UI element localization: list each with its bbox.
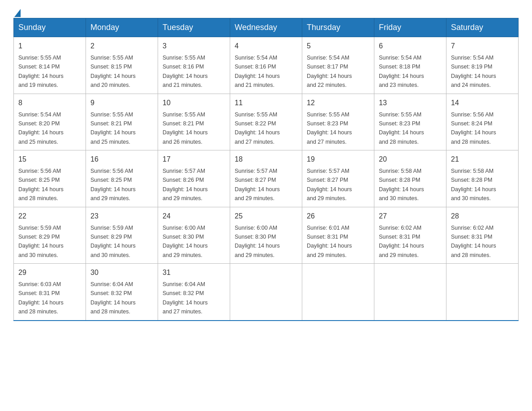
calendar-cell: 25Sunrise: 6:00 AMSunset: 8:30 PMDayligh… (230, 207, 302, 264)
day-info: Sunrise: 5:57 AMSunset: 8:26 PMDaylight:… (163, 168, 208, 201)
calendar-cell (374, 264, 446, 321)
calendar-cell: 24Sunrise: 6:00 AMSunset: 8:30 PMDayligh… (158, 207, 230, 264)
weekday-header-monday: Monday (86, 18, 158, 37)
day-number: 28 (451, 211, 514, 222)
logo-arrow-icon (14, 9, 21, 17)
day-info: Sunrise: 5:56 AMSunset: 8:25 PMDaylight:… (18, 168, 64, 201)
weekday-header-wednesday: Wednesday (230, 18, 302, 37)
day-info: Sunrise: 5:54 AMSunset: 8:16 PMDaylight:… (235, 55, 280, 88)
day-number: 17 (163, 154, 225, 165)
calendar-cell: 19Sunrise: 5:57 AMSunset: 8:27 PMDayligh… (302, 150, 374, 207)
calendar-cell (302, 264, 374, 321)
day-info: Sunrise: 5:58 AMSunset: 8:28 PMDaylight:… (379, 168, 424, 201)
calendar-cell (230, 264, 302, 321)
day-info: Sunrise: 6:04 AMSunset: 8:32 PMDaylight:… (90, 281, 136, 315)
day-number: 16 (90, 154, 153, 165)
day-info: Sunrise: 6:00 AMSunset: 8:30 PMDaylight:… (163, 225, 208, 258)
calendar-cell: 12Sunrise: 5:55 AMSunset: 8:23 PMDayligh… (302, 94, 374, 150)
calendar-cell: 16Sunrise: 5:56 AMSunset: 8:25 PMDayligh… (86, 150, 158, 207)
day-number: 19 (307, 154, 369, 165)
calendar-cell: 3Sunrise: 5:55 AMSunset: 8:16 PMDaylight… (158, 37, 230, 94)
day-number: 5 (307, 41, 369, 51)
calendar-week-row: 22Sunrise: 5:59 AMSunset: 8:29 PMDayligh… (14, 207, 519, 264)
calendar-cell: 21Sunrise: 5:58 AMSunset: 8:28 PMDayligh… (446, 150, 519, 207)
calendar-cell: 17Sunrise: 5:57 AMSunset: 8:26 PMDayligh… (158, 150, 230, 207)
day-info: Sunrise: 5:55 AMSunset: 8:23 PMDaylight:… (307, 111, 352, 145)
day-info: Sunrise: 5:56 AMSunset: 8:25 PMDaylight:… (90, 168, 136, 201)
day-number: 23 (90, 211, 153, 222)
day-info: Sunrise: 5:54 AMSunset: 8:18 PMDaylight:… (379, 55, 424, 88)
weekday-header-sunday: Sunday (14, 18, 86, 37)
weekday-header-saturday: Saturday (446, 18, 519, 37)
weekday-header-row: SundayMondayTuesdayWednesdayThursdayFrid… (14, 18, 519, 37)
calendar-cell: 20Sunrise: 5:58 AMSunset: 8:28 PMDayligh… (374, 150, 446, 207)
day-info: Sunrise: 5:55 AMSunset: 8:21 PMDaylight:… (163, 111, 208, 145)
day-info: Sunrise: 6:02 AMSunset: 8:31 PMDaylight:… (379, 225, 424, 258)
calendar-cell: 4Sunrise: 5:54 AMSunset: 8:16 PMDaylight… (230, 37, 302, 94)
calendar-cell: 30Sunrise: 6:04 AMSunset: 8:32 PMDayligh… (86, 264, 158, 321)
day-number: 2 (90, 41, 153, 51)
weekday-header-thursday: Thursday (302, 18, 374, 37)
day-number: 27 (379, 211, 442, 222)
day-number: 29 (18, 267, 81, 278)
calendar-cell: 9Sunrise: 5:55 AMSunset: 8:21 PMDaylight… (86, 94, 158, 150)
day-info: Sunrise: 6:02 AMSunset: 8:31 PMDaylight:… (451, 225, 496, 258)
calendar-cell: 31Sunrise: 6:04 AMSunset: 8:32 PMDayligh… (158, 264, 230, 321)
calendar-cell: 14Sunrise: 5:56 AMSunset: 8:24 PMDayligh… (446, 94, 519, 150)
calendar-cell: 15Sunrise: 5:56 AMSunset: 8:25 PMDayligh… (14, 150, 86, 207)
page-header (13, 9, 519, 13)
day-number: 11 (235, 98, 297, 108)
day-info: Sunrise: 5:54 AMSunset: 8:19 PMDaylight:… (451, 55, 496, 88)
calendar-cell (446, 264, 519, 321)
day-number: 14 (451, 98, 514, 108)
day-number: 25 (235, 211, 297, 222)
calendar-cell: 26Sunrise: 6:01 AMSunset: 8:31 PMDayligh… (302, 207, 374, 264)
day-number: 21 (451, 154, 514, 165)
calendar-week-row: 1Sunrise: 5:55 AMSunset: 8:14 PMDaylight… (14, 37, 519, 94)
day-number: 13 (379, 98, 442, 108)
day-number: 1 (18, 41, 81, 51)
calendar-cell: 1Sunrise: 5:55 AMSunset: 8:14 PMDaylight… (14, 37, 86, 94)
calendar-cell: 13Sunrise: 5:55 AMSunset: 8:23 PMDayligh… (374, 94, 446, 150)
calendar-cell: 10Sunrise: 5:55 AMSunset: 8:21 PMDayligh… (158, 94, 230, 150)
calendar-cell: 5Sunrise: 5:54 AMSunset: 8:17 PMDaylight… (302, 37, 374, 94)
day-number: 15 (18, 154, 81, 165)
day-info: Sunrise: 5:59 AMSunset: 8:29 PMDaylight:… (90, 225, 136, 258)
day-info: Sunrise: 5:55 AMSunset: 8:14 PMDaylight:… (18, 55, 64, 88)
day-info: Sunrise: 6:00 AMSunset: 8:30 PMDaylight:… (235, 225, 280, 258)
day-number: 10 (163, 98, 225, 108)
calendar-cell: 8Sunrise: 5:54 AMSunset: 8:20 PMDaylight… (14, 94, 86, 150)
calendar-cell: 27Sunrise: 6:02 AMSunset: 8:31 PMDayligh… (374, 207, 446, 264)
day-number: 24 (163, 211, 225, 222)
day-info: Sunrise: 5:57 AMSunset: 8:27 PMDaylight:… (235, 168, 280, 201)
day-number: 9 (90, 98, 153, 108)
day-number: 3 (163, 41, 225, 51)
day-info: Sunrise: 5:56 AMSunset: 8:24 PMDaylight:… (451, 111, 496, 145)
day-info: Sunrise: 5:55 AMSunset: 8:16 PMDaylight:… (163, 55, 208, 88)
day-info: Sunrise: 6:03 AMSunset: 8:31 PMDaylight:… (18, 281, 64, 315)
day-info: Sunrise: 5:54 AMSunset: 8:20 PMDaylight:… (18, 111, 64, 145)
logo (13, 9, 21, 13)
day-number: 20 (379, 154, 442, 165)
day-number: 31 (163, 267, 225, 278)
day-number: 18 (235, 154, 297, 165)
calendar-table: SundayMondayTuesdayWednesdayThursdayFrid… (13, 18, 519, 321)
calendar-week-row: 29Sunrise: 6:03 AMSunset: 8:31 PMDayligh… (14, 264, 519, 321)
day-number: 6 (379, 41, 442, 51)
day-number: 30 (90, 267, 153, 278)
day-info: Sunrise: 5:55 AMSunset: 8:15 PMDaylight:… (90, 55, 136, 88)
weekday-header-friday: Friday (374, 18, 446, 37)
day-number: 22 (18, 211, 81, 222)
day-info: Sunrise: 5:55 AMSunset: 8:23 PMDaylight:… (379, 111, 424, 145)
calendar-week-row: 15Sunrise: 5:56 AMSunset: 8:25 PMDayligh… (14, 150, 519, 207)
weekday-header-tuesday: Tuesday (158, 18, 230, 37)
day-info: Sunrise: 6:04 AMSunset: 8:32 PMDaylight:… (163, 281, 208, 315)
calendar-cell: 28Sunrise: 6:02 AMSunset: 8:31 PMDayligh… (446, 207, 519, 264)
day-info: Sunrise: 5:57 AMSunset: 8:27 PMDaylight:… (307, 168, 352, 201)
day-info: Sunrise: 5:55 AMSunset: 8:22 PMDaylight:… (235, 111, 280, 145)
calendar-cell: 18Sunrise: 5:57 AMSunset: 8:27 PMDayligh… (230, 150, 302, 207)
calendar-cell: 2Sunrise: 5:55 AMSunset: 8:15 PMDaylight… (86, 37, 158, 94)
day-info: Sunrise: 5:58 AMSunset: 8:28 PMDaylight:… (451, 168, 496, 201)
calendar-cell: 22Sunrise: 5:59 AMSunset: 8:29 PMDayligh… (14, 207, 86, 264)
calendar-cell: 29Sunrise: 6:03 AMSunset: 8:31 PMDayligh… (14, 264, 86, 321)
